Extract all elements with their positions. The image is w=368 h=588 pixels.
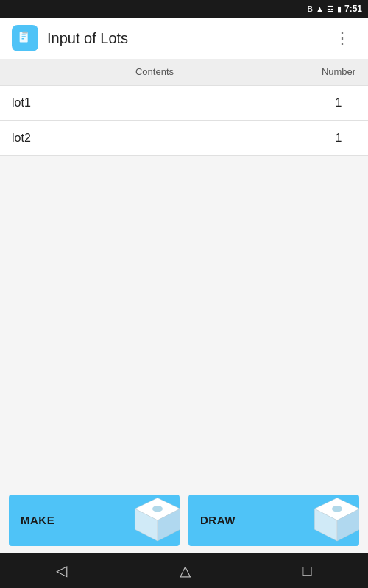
app-icon-svg <box>17 30 33 46</box>
home-button[interactable]: △ <box>180 562 191 579</box>
make-box-icon <box>128 495 180 546</box>
content-wrapper: Contents Number lot1 1 lot2 1 <box>0 59 368 487</box>
make-button-label: MAKE <box>21 514 54 526</box>
draw-box-icon <box>308 495 359 546</box>
battery-icon: ▮ <box>337 4 342 14</box>
app-bar: Input of Lots ⋮ <box>0 18 368 59</box>
header-number: Number <box>309 66 368 77</box>
row-number-2: 1 <box>309 132 368 145</box>
svg-point-8 <box>152 505 163 512</box>
table-header: Contents Number <box>0 59 368 85</box>
buttons-area: MAKE DRAW <box>0 487 368 553</box>
svg-rect-1 <box>21 35 26 35</box>
svg-rect-3 <box>21 38 24 39</box>
status-time: 7:51 <box>344 4 362 14</box>
svg-rect-2 <box>21 36 26 37</box>
back-button[interactable]: ◁ <box>56 562 67 579</box>
table-row[interactable]: lot2 1 <box>0 121 368 156</box>
nav-bar: ◁ △ □ <box>0 553 368 588</box>
row-contents-1: lot1 <box>0 96 309 110</box>
row-contents-2: lot2 <box>0 132 309 145</box>
status-icons: B ▲ ☲ ▮ 7:51 <box>308 4 362 14</box>
app-icon <box>12 25 38 51</box>
table-row[interactable]: lot1 1 <box>0 85 368 121</box>
svg-point-12 <box>332 505 342 512</box>
make-button[interactable]: MAKE <box>9 495 180 546</box>
overflow-menu-button[interactable]: ⋮ <box>328 23 356 54</box>
bluetooth-icon: B <box>308 4 313 13</box>
svg-rect-4 <box>22 32 27 34</box>
signal-icon: ▲ <box>316 4 324 13</box>
app-title: Input of Lots <box>47 30 328 47</box>
status-bar: B ▲ ☲ ▮ 7:51 <box>0 0 368 18</box>
header-contents: Contents <box>0 66 309 77</box>
row-number-1: 1 <box>309 96 368 110</box>
draw-button-label: DRAW <box>200 514 236 526</box>
table-body: lot1 1 lot2 1 <box>0 85 368 156</box>
recents-button[interactable]: □ <box>303 562 312 579</box>
draw-button[interactable]: DRAW <box>188 495 359 546</box>
wifi-icon: ☲ <box>327 4 334 14</box>
